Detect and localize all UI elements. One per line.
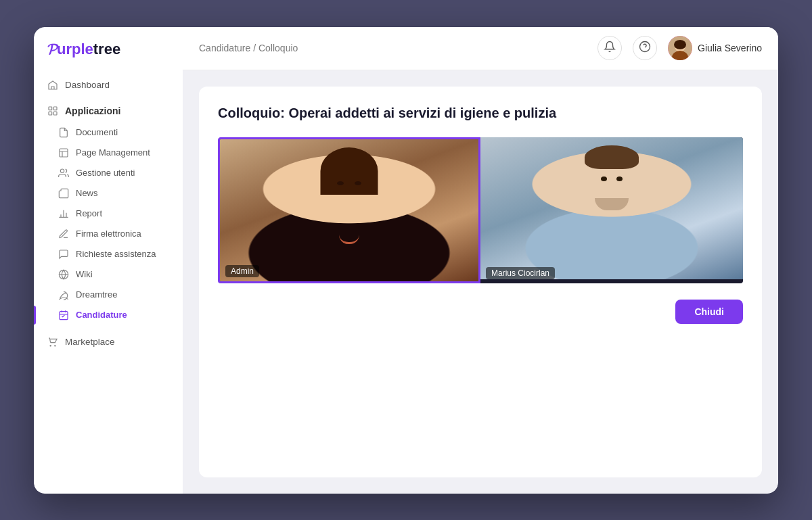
content: Colloquio: Operai addetti ai servizi di … (183, 70, 778, 494)
breadcrumb-parent: Candidature (199, 43, 250, 53)
sidebar-item-news[interactable]: News (34, 184, 183, 203)
video-tile-admin: Admin (218, 137, 480, 283)
close-button-area: Chiudi (218, 300, 743, 324)
sidebar: 𝓟urpletree Dashboard (34, 27, 183, 494)
marketplace-icon (47, 337, 58, 348)
layout-icon (58, 147, 69, 158)
help-button[interactable] (633, 36, 657, 60)
sidebar-item-wiki-label: Wiki (76, 269, 93, 279)
sidebar-item-applicazioni-label: Applicazioni (65, 105, 120, 116)
sidebar-item-candidature-label: Candidature (76, 310, 127, 320)
sidebar-item-dreamtree-label: Dreamtree (76, 289, 117, 300)
svg-rect-4 (60, 149, 68, 157)
sidebar-item-firma-elettronica-label: Firma elettronica (76, 229, 141, 239)
topbar: Candidature / Colloquio (183, 27, 778, 70)
app-shell: 𝓟urpletree Dashboard (34, 27, 778, 494)
video-label-admin: Admin (225, 265, 259, 277)
file-icon (58, 127, 69, 138)
logo: 𝓟urpletree (34, 41, 183, 74)
svg-point-7 (60, 169, 64, 172)
svg-rect-2 (49, 112, 52, 115)
sidebar-item-dashboard-label: Dashboard (65, 80, 110, 90)
svg-rect-0 (49, 107, 52, 110)
sidebar-item-gestione-utenti[interactable]: Gestione utenti (34, 164, 183, 183)
page-title: Colloquio: Operai addetti ai servizi di … (218, 105, 743, 121)
sidebar-item-marketplace[interactable]: Marketplace (34, 331, 183, 353)
grid-icon (47, 105, 58, 116)
colloquio-card: Colloquio: Operai addetti ai servizi di … (199, 87, 762, 477)
sidebar-item-page-management-label: Page Management (76, 147, 150, 158)
home-icon (47, 80, 58, 91)
sidebar-item-applicazioni[interactable]: Applicazioni (34, 100, 183, 122)
svg-point-17 (640, 42, 650, 52)
video-tile-marius: Marius Ciocirlan (480, 137, 743, 283)
avatar-image (668, 36, 692, 60)
news-icon (58, 188, 69, 199)
sidebar-item-candidature[interactable]: Candidature (34, 306, 183, 325)
sidebar-item-documenti-label: Documenti (76, 127, 118, 137)
main-area: Candidature / Colloquio (183, 27, 778, 494)
sidebar-item-firma-elettronica[interactable]: Firma elettronica (34, 224, 183, 243)
svg-point-16 (55, 345, 55, 346)
breadcrumb: Candidature / Colloquio (199, 43, 298, 53)
notification-button[interactable] (597, 36, 622, 60)
help-icon (58, 249, 69, 260)
sidebar-item-documenti[interactable]: Documenti (34, 123, 183, 142)
leaf-icon (58, 289, 69, 300)
sidebar-item-wiki[interactable]: Wiki (34, 265, 183, 284)
sidebar-item-gestione-utenti-label: Gestione utenti (76, 168, 135, 178)
video-feed-marius (480, 137, 743, 279)
sidebar-item-dashboard[interactable]: Dashboard (34, 74, 183, 96)
svg-rect-1 (53, 107, 57, 110)
candidature-icon (58, 310, 69, 321)
close-button[interactable]: Chiudi (675, 300, 743, 324)
video-grid: Admin Marius Ciocirlan (218, 137, 743, 283)
video-label-marius: Marius Ciocirlan (486, 267, 555, 279)
bell-icon (604, 41, 616, 55)
breadcrumb-separator: / (250, 43, 258, 53)
sidebar-item-richieste-assistenza-label: Richieste assistenza (76, 249, 156, 259)
user-name: Giulia Severino (698, 43, 762, 53)
question-icon (639, 41, 651, 55)
pen-icon (58, 229, 69, 239)
sidebar-nav: Dashboard Applicazioni (34, 74, 183, 353)
sidebar-item-richieste-assistenza[interactable]: Richieste assistenza (34, 245, 183, 264)
logo-text: 𝓟urpletree (47, 41, 120, 58)
avatar (668, 36, 692, 60)
sidebar-item-page-management[interactable]: Page Management (34, 143, 183, 162)
user-info[interactable]: Giulia Severino (668, 36, 762, 60)
report-icon (58, 208, 69, 219)
topbar-actions: Giulia Severino (597, 36, 762, 60)
wiki-icon (58, 269, 69, 280)
sidebar-item-dreamtree[interactable]: Dreamtree (34, 285, 183, 304)
sidebar-item-report-label: Report (76, 208, 102, 218)
sidebar-item-news-label: News (76, 188, 98, 198)
svg-point-22 (674, 40, 686, 49)
sidebar-item-marketplace-label: Marketplace (65, 337, 115, 347)
sidebar-item-report[interactable]: Report (34, 204, 183, 223)
breadcrumb-current: Colloquio (258, 43, 298, 53)
svg-rect-3 (53, 112, 57, 115)
svg-point-15 (50, 345, 51, 346)
users-icon (58, 168, 69, 179)
video-feed-admin (220, 139, 478, 281)
